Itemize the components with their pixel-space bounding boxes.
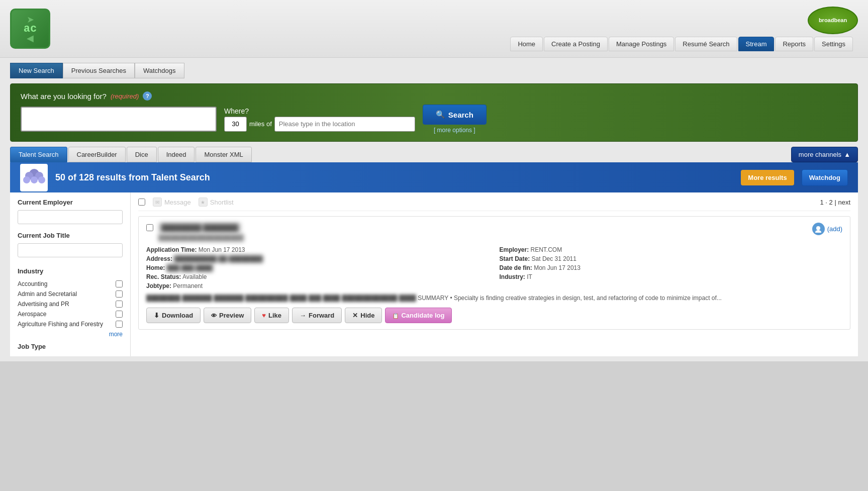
header: ➤ ac ◀ broadbean Home Create a Posting M… [0,0,868,58]
job-type-section-title: Job Type [18,343,123,350]
message-label: Message [164,199,191,206]
summary-text: SUMMARY • Specialty is finding creative … [418,294,722,302]
industry-detail-value: IT [527,273,532,280]
nav-stream[interactable]: Stream [738,37,775,51]
industry-section-title: Industry [18,267,123,275]
download-icon [154,312,159,319]
address-label: Address: [146,255,172,262]
chevron-up-icon [844,151,850,158]
industry-label-agriculture: Agriculture Fishing and Forestry [18,321,103,328]
rec-status-label: Rec. Status: [146,273,181,280]
help-icon[interactable]: ? [143,91,152,101]
more-channels-button[interactable]: more channels [791,147,858,162]
keyword-input[interactable] [21,107,217,132]
candidate-card: ████████ ███████ ████████████████████ (a… [138,216,850,330]
svg-point-5 [38,176,45,183]
download-label: Download [162,312,193,319]
results-area: ✉ Message ★ Shortlist 1 · 2 | next [131,192,858,356]
application-time-label: Application Time: [146,246,197,253]
forward-button[interactable]: Forward [292,308,342,323]
search-inputs-row: Where? miles of Search [ more options ] [21,105,847,134]
channel-tab-monster-xml[interactable]: Monster XML [196,147,251,162]
select-all-checkbox[interactable] [138,199,145,206]
toolbar-left: ✉ Message ★ Shortlist [138,198,234,207]
nav-settings[interactable]: Settings [814,37,853,51]
sidebar: Current Employer Current Job Title Indus… [10,192,131,356]
nav-reports[interactable]: Reports [775,37,813,51]
detail-rec-status: Rec. Status: Available [146,273,490,280]
what-label: What are you looking for? [21,92,107,101]
watchdog-button[interactable]: Watchdog [802,169,848,186]
candidate-name-area: ████████ ███████ ████████████████████ [158,223,244,241]
like-label: Like [268,312,281,319]
candidate-log-label: Candidate log [401,312,444,319]
search-icon [436,110,445,119]
message-action[interactable]: ✉ Message [153,198,191,207]
industry-label-accounting: Accounting [18,280,47,287]
preview-icon [211,312,217,319]
tab-previous-searches[interactable]: Previous Searches [63,63,135,78]
candidate-email: ████████████████████ [158,234,244,241]
industry-label-advertising: Advertising and PR [18,301,69,308]
hide-label: Hide [360,312,374,319]
search-button[interactable]: Search [423,105,487,125]
nav-resume-search[interactable]: Resumé Search [675,37,737,51]
more-options-link[interactable]: [ more options ] [434,127,475,134]
employer-filter-input[interactable] [18,210,123,224]
rec-status-value: Available [182,273,207,280]
location-input[interactable] [274,117,415,132]
add-to-shortlist-link[interactable]: (add) [827,225,842,233]
channel-tab-talent-search[interactable]: Talent Search [10,147,67,162]
candidate-details: Application Time: Mon Jun 17 2013 Employ… [146,246,842,289]
industry-label-aerospace: Aerospace [18,311,46,318]
tab-new-search[interactable]: New Search [10,63,63,78]
start-date-label: Start Date: [500,255,530,262]
detail-jobtype: Jobtype: Permanent [146,282,490,289]
industry-item-aerospace: Aerospace [18,309,123,319]
channel-tab-indeed[interactable]: Indeed [158,147,195,162]
more-results-button[interactable]: More results [741,170,794,185]
forward-icon [300,312,306,319]
required-badge: (required) [111,92,139,100]
nav-manage-postings[interactable]: Manage Postings [609,37,674,51]
candidate-log-icon [393,312,399,319]
tab-watchdogs[interactable]: Watchdogs [135,63,184,78]
summary-blurred-text: ████████ ███████ ███████ ██████████ ████… [146,294,416,302]
date-fin-label: Date de fin: [500,264,532,271]
industry-checkbox-accounting[interactable] [116,280,123,287]
content-area: Current Employer Current Job Title Indus… [10,192,858,356]
shortlist-label: Shortlist [210,199,234,206]
detail-employer: Employer: RENT.COM [500,246,843,253]
preview-button[interactable]: Preview [204,308,251,323]
job-title-filter-input[interactable] [18,243,123,257]
application-time-value: Mon Jun 17 2013 [199,246,245,253]
message-icon: ✉ [153,198,162,207]
shortlist-action[interactable]: ★ Shortlist [199,198,234,207]
results-icon [20,164,48,191]
nav-create-posting[interactable]: Create a Posting [544,37,608,51]
channel-tab-dice[interactable]: Dice [127,147,157,162]
app-logo: ➤ ac ◀ [10,9,50,49]
candidate-log-button[interactable]: Candidate log [385,308,452,323]
candidate-action-buttons: Download Preview Like Forward [146,308,842,323]
like-button[interactable]: Like [254,308,289,323]
hide-button[interactable]: Hide [345,308,382,323]
nav-home[interactable]: Home [510,37,543,51]
miles-input[interactable] [224,117,247,132]
svg-point-3 [23,176,30,183]
download-button[interactable]: Download [146,308,201,323]
channel-tab-careerbuilder[interactable]: CareerBuilder [68,147,126,162]
broadbean-text: broadbean [819,17,847,23]
industry-checkbox-agriculture[interactable] [116,321,123,328]
date-fin-value: Mon Jun 17 2013 [534,264,581,271]
detail-home: Home: ███ ███ ████ [146,264,490,271]
results-toolbar: ✉ Message ★ Shortlist 1 · 2 | next [138,198,850,211]
industry-checkbox-aerospace[interactable] [116,311,123,318]
industry-more-link[interactable]: more [18,331,123,338]
industry-checkbox-admin[interactable] [116,290,123,298]
search-button-label: Search [448,111,473,119]
miles-label: miles of [249,120,272,128]
industry-checkbox-advertising[interactable] [116,301,123,308]
candidate-actions-right: (add) [812,223,842,235]
candidate-select-checkbox[interactable] [146,224,153,231]
